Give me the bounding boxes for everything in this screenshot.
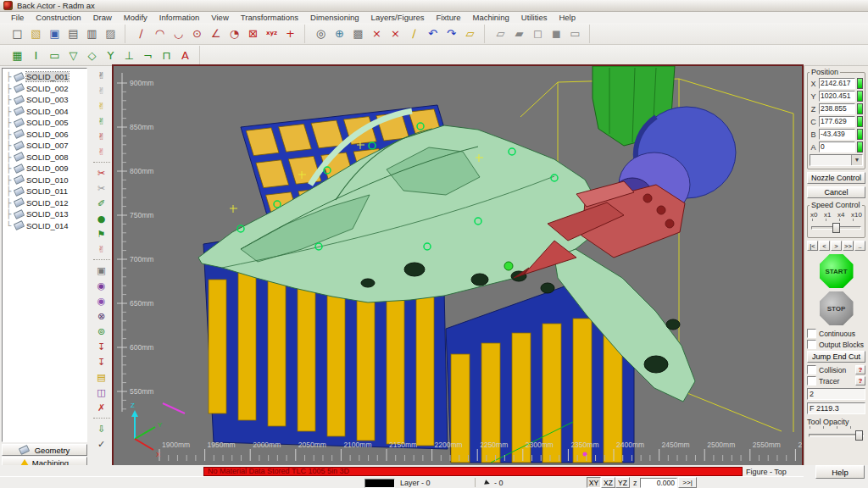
- face-diamond-icon[interactable]: ◇: [83, 47, 101, 64]
- tree-item-solid_009[interactable]: ├SOLID_009: [3, 163, 86, 175]
- tree-item-solid_004[interactable]: ├SOLID_004: [3, 106, 86, 118]
- pointer-check-icon[interactable]: ✓: [92, 436, 111, 452]
- sphere-dot-icon[interactable]: ◉: [92, 293, 111, 308]
- fillet-tool-icon[interactable]: ◔: [225, 25, 243, 42]
- print-setup-icon[interactable]: ▤: [64, 25, 82, 42]
- highlight-tool-icon[interactable]: ▱: [461, 25, 479, 42]
- tree-item-solid_002[interactable]: ├SOLID_002: [3, 83, 86, 95]
- menu-item-layers-figures[interactable]: Layers/Figures: [365, 13, 431, 22]
- path-edit-icon[interactable]: ¬: [139, 47, 157, 64]
- tree-item-solid_001[interactable]: ├SOLID_001: [3, 71, 86, 83]
- help-button[interactable]: Help: [815, 465, 865, 479]
- crosshair-tool-icon[interactable]: +: [281, 25, 299, 42]
- solids-tree[interactable]: ├SOLID_001├SOLID_002├SOLID_003├SOLID_004…: [2, 68, 87, 442]
- tree-item-solid_007[interactable]: ├SOLID_007: [3, 140, 86, 152]
- save-icon[interactable]: ▣: [46, 25, 64, 42]
- arc-tool-icon[interactable]: ◠: [151, 25, 169, 42]
- tree-item-solid_003[interactable]: ├SOLID_003: [3, 94, 86, 106]
- view-wireframe-icon[interactable]: ▱: [492, 25, 509, 42]
- more-button[interactable]: >>|: [678, 477, 697, 488]
- menu-item-modify[interactable]: Modify: [118, 13, 153, 22]
- expand-view-icon[interactable]: ×: [368, 25, 386, 42]
- brush-green-icon[interactable]: ✐: [92, 196, 111, 211]
- menu-item-file[interactable]: File: [5, 13, 30, 22]
- step-forward-button[interactable]: >: [831, 241, 842, 251]
- axis-value-field[interactable]: 2142.617: [819, 78, 855, 89]
- speed-slider[interactable]: [811, 223, 861, 231]
- opacity-slider-thumb[interactable]: [855, 430, 863, 441]
- hand-mark-green-icon[interactable]: ✌: [92, 114, 111, 129]
- menu-item-draw[interactable]: Draw: [87, 13, 118, 22]
- continuous-checkbox[interactable]: [807, 329, 816, 338]
- trim-gray-icon[interactable]: ✂: [92, 180, 111, 196]
- drop-to-plane-icon[interactable]: ↧: [92, 339, 111, 354]
- node-normal-icon[interactable]: ⊥: [120, 47, 138, 64]
- export-down-icon[interactable]: ⇩: [92, 421, 111, 436]
- tracer-checkbox[interactable]: [807, 376, 816, 385]
- chevron-down-icon[interactable]: ▼: [851, 155, 862, 165]
- jump-end-cut-button[interactable]: Jump End Cut: [807, 351, 865, 363]
- snap-grid-icon[interactable]: ▦: [8, 47, 26, 64]
- zoom-window-tool-icon[interactable]: ⊕: [331, 25, 348, 42]
- menu-item-utilities[interactable]: Utilities: [515, 13, 554, 22]
- tree-item-solid_011[interactable]: ├SOLID_011: [3, 186, 86, 197]
- copy-clipboard-icon[interactable]: ▨: [102, 25, 120, 42]
- shrink-view-icon[interactable]: ×: [387, 25, 404, 42]
- flag-green-icon[interactable]: ⚑: [92, 226, 111, 241]
- copy-box-icon[interactable]: ▣: [92, 263, 111, 278]
- arc-3pt-tool-icon[interactable]: ◡: [170, 25, 187, 42]
- hand-pull-up-icon[interactable]: ✌: [92, 144, 111, 159]
- view-shaded-icon[interactable]: ▰: [510, 25, 528, 42]
- tree-item-solid_012[interactable]: ├SOLID_012: [3, 197, 86, 209]
- step-fast-forward-button[interactable]: >>: [843, 241, 854, 251]
- menu-item-view[interactable]: View: [205, 13, 234, 22]
- color-swatch[interactable]: [364, 479, 395, 488]
- tree-item-solid_005[interactable]: ├SOLID_005: [3, 117, 86, 129]
- axis-value-field[interactable]: 1020.451: [819, 91, 855, 102]
- collision-checkbox[interactable]: [807, 365, 816, 374]
- tree-item-solid_010[interactable]: ├SOLID_010: [3, 175, 86, 186]
- new-file-icon[interactable]: □: [8, 25, 26, 42]
- panel-grid-icon[interactable]: ▤: [92, 369, 111, 385]
- face-trapezoid-icon[interactable]: ▽: [64, 47, 82, 64]
- hand-red-small-icon[interactable]: ✌: [92, 241, 111, 257]
- view-transparent-icon[interactable]: ▭: [566, 25, 584, 42]
- face-rect-icon[interactable]: ▭: [46, 47, 64, 64]
- nozzle-control-button[interactable]: Nozzle Control: [807, 172, 865, 184]
- speed-slider-thumb[interactable]: [832, 223, 840, 233]
- sphere-green-icon[interactable]: ●: [92, 211, 111, 226]
- menu-item-machining[interactable]: Machining: [467, 13, 515, 22]
- collision-help-button[interactable]: ?: [855, 365, 865, 374]
- step-more-button[interactable]: ..: [854, 241, 865, 251]
- tree-item-solid_014[interactable]: └SOLID_014: [3, 220, 86, 232]
- menu-item-fixture[interactable]: Fixture: [430, 13, 466, 22]
- axis-value-field[interactable]: 238.855: [819, 103, 855, 114]
- feedrate-field[interactable]: F 2119.3: [807, 402, 865, 414]
- stop-button[interactable]: STOP: [820, 291, 854, 325]
- geometry-tab-button[interactable]: Geometry: [2, 444, 87, 456]
- profile-ibeam-icon[interactable]: I: [27, 47, 45, 64]
- axis-value-field[interactable]: 177.629: [819, 116, 855, 127]
- start-button[interactable]: START: [820, 254, 854, 288]
- node-junction-icon[interactable]: Y: [102, 47, 120, 64]
- zoom-tool-icon[interactable]: ◎: [312, 25, 330, 42]
- menu-item-construction[interactable]: Construction: [30, 13, 86, 22]
- pan-hand-icon[interactable]: ✌: [92, 68, 111, 83]
- tracer-help-button[interactable]: ?: [855, 376, 865, 385]
- sphere-x-icon[interactable]: ⊗: [92, 308, 111, 324]
- plane-button-xz[interactable]: XZ: [601, 477, 615, 488]
- z-value-field[interactable]: 0.000: [640, 478, 677, 488]
- plane-button-xy[interactable]: XY: [587, 477, 601, 488]
- drop-to-surface-icon[interactable]: ↧: [92, 354, 111, 369]
- view-hidden-line-icon[interactable]: ◻: [529, 25, 547, 42]
- sphere-box-icon[interactable]: ◉: [92, 278, 111, 293]
- scene-canvas[interactable]: Z Y X 900mm850mm800mm750mm700mm650mm600m…: [114, 66, 802, 465]
- sketch-tool-icon[interactable]: ∕: [405, 25, 423, 42]
- position-preset-combo[interactable]: ▼: [810, 154, 863, 166]
- trim-red-icon[interactable]: ✂: [92, 165, 111, 180]
- tracer-count-field[interactable]: 2: [807, 388, 865, 400]
- menu-item-dimensioning[interactable]: Dimensioning: [304, 13, 365, 22]
- undo-icon[interactable]: ↶: [424, 25, 442, 42]
- axis-value-field[interactable]: 0: [819, 141, 855, 152]
- line-tool-icon[interactable]: ∕: [132, 25, 150, 42]
